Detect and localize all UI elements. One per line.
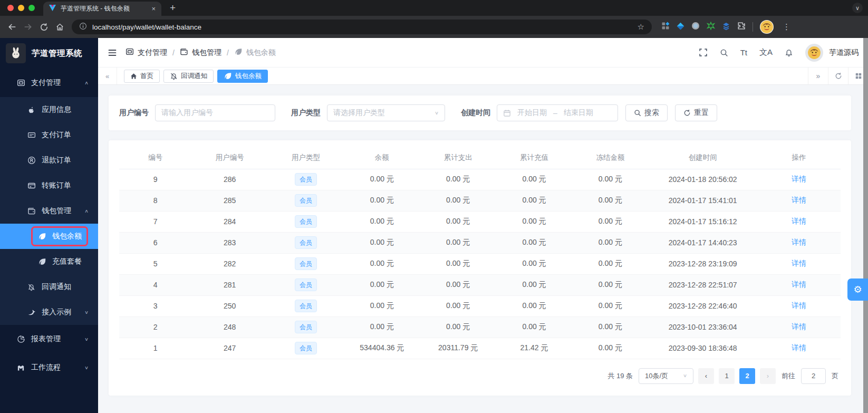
detail-link[interactable]: 详情 [792,259,806,267]
menu-item-label: 支付管理 [31,78,61,88]
page-tab[interactable]: 首页 [124,70,160,83]
app-logo[interactable]: 芋道管理系统 [0,38,98,69]
window-close-button[interactable] [7,5,14,11]
font-size-icon[interactable]: Tt [740,48,747,57]
sidebar-menu-item[interactable]: 应用信息 [0,97,98,122]
notification-bell-icon[interactable] [785,49,793,57]
tab-close-icon[interactable]: × [150,5,157,13]
prev-page-button[interactable]: ‹ [698,368,714,384]
cell-created: 2023-12-28 22:51:07 [649,274,757,295]
cell-balance: 0.00 元 [344,253,420,274]
sidebar-menu-item[interactable]: 转账订单 [0,173,98,198]
site-info-icon[interactable] [79,22,87,32]
sidebar-menu-item[interactable]: 退款订单 [0,148,98,173]
back-icon[interactable] [4,19,20,35]
page-button-1[interactable]: 1 [719,368,735,384]
menu-item-label: 接入示例 [42,308,71,317]
sidebar-menu-item[interactable]: 支付管理 ∧ [0,69,98,97]
search-icon[interactable] [720,49,728,57]
breadcrumb-item[interactable]: 钱包管理 [180,47,221,57]
page-unit-label: 页 [832,371,838,381]
user-type-select[interactable]: 请选择用户类型 ∨ [327,104,445,121]
sidebar-menu-item[interactable]: 充值套餐 [0,249,98,274]
translate-icon[interactable]: 文A [759,47,773,57]
user-name[interactable]: 芋道源码 [829,48,859,57]
extension-circle-icon[interactable] [691,22,700,32]
detail-link[interactable]: 详情 [792,175,806,183]
extensions-grid-icon[interactable] [661,22,670,32]
goto-page-input[interactable]: 2 [801,368,826,384]
profile-avatar[interactable] [760,20,774,34]
payment-icon [16,79,25,87]
cell-user-type: 会员 [268,253,344,274]
detail-link[interactable]: 详情 [792,301,806,310]
cell-frozen: 0.00 元 [572,169,648,190]
refresh-page-icon[interactable] [828,68,848,84]
tabs-scroll-right-icon[interactable]: » [808,68,828,84]
page-tab[interactable]: 钱包余额 [217,70,268,83]
tabs-scroll-left-icon[interactable]: « [98,68,117,84]
next-page-button[interactable]: › [760,368,776,384]
col-user-id: 用户编号 [191,147,267,169]
page-button-2[interactable]: 2 [739,368,755,384]
search-button[interactable]: 搜索 [625,104,668,121]
window-maximize-button[interactable] [28,5,35,11]
reset-button[interactable]: 重置 [675,104,717,121]
settings-gear-button[interactable]: ⚙ [847,278,868,301]
page-size-select[interactable]: 10条/页 ∨ [639,368,693,384]
sidebar: 芋道管理系统 支付管理 ∧ 应用信息 支付订单 退款订单 转 [0,38,98,413]
member-badge: 会员 [295,194,317,207]
extensions-puzzle-icon[interactable] [737,22,746,32]
detail-link[interactable]: 详情 [792,280,806,289]
forward-icon[interactable] [20,19,36,35]
detail-link[interactable]: 详情 [792,238,806,246]
cell-recharge: 0.00 元 [496,190,572,211]
page-tab[interactable]: 回调通知 [163,70,214,83]
home-nav-icon[interactable] [52,19,67,35]
cell-created: 2024-01-17 14:40:23 [649,232,757,253]
sidebar-menu-item[interactable]: 回调通知 [0,274,98,300]
sidebar-menu-item[interactable]: 支付订单 [0,122,98,148]
cell-frozen: 0.00 元 [572,274,648,295]
sidebar-menu: 支付管理 ∧ 应用信息 支付订单 退款订单 转账订单 [0,69,98,413]
new-tab-button[interactable]: + [161,2,184,16]
home-icon [130,73,137,80]
date-range-picker[interactable]: 开始日期 – 结束日期 [497,104,618,121]
user-avatar[interactable] [805,44,823,62]
browser-tab[interactable]: 芋道管理系统 - 钱包余额 × [43,2,161,16]
member-badge: 会员 [295,342,317,354]
layers-extension-icon[interactable] [722,22,730,32]
sidebar-menu-item[interactable]: 报表管理 ∨ [0,325,98,353]
tab-search-button[interactable]: ∨ [852,3,863,13]
sidebar-menu-item[interactable]: 工作流程 ∨ [0,353,98,382]
col-created: 创建时间 [649,147,757,169]
browser-menu-icon[interactable]: ⋮ [780,22,793,32]
sidebar-menu-item[interactable]: 钱包管理 ∧ [0,198,98,224]
detail-link[interactable]: 详情 [792,217,806,225]
sidebar-menu-item[interactable]: 接入示例 ∨ [0,300,98,325]
detail-link[interactable]: 详情 [792,343,806,352]
vue-devtools-icon[interactable] [677,22,684,32]
address-bar[interactable]: localhost/pay/wallet/wallet-balance ☆ [72,20,652,34]
browser-scrollbar[interactable] [863,38,868,413]
cell-frozen: 0.00 元 [572,211,648,232]
cell-balance: 0.00 元 [344,316,420,338]
user-id-input[interactable]: 请输入用户编号 [155,104,275,121]
window-minimize-button[interactable] [18,5,24,11]
cell-expense: 0.00 元 [420,253,496,274]
sidebar-collapse-icon[interactable] [108,48,117,57]
breadcrumb-item[interactable]: 支付管理 [126,47,167,57]
cell-user-type: 会员 [268,338,344,359]
refresh-icon [683,109,691,117]
cell-action: 详情 [757,232,841,253]
bookmark-star-icon[interactable]: ☆ [638,22,644,32]
detail-link[interactable]: 详情 [792,196,806,204]
detail-link[interactable]: 详情 [792,322,806,331]
sidebar-menu-item[interactable]: 钱包余额 [0,224,98,249]
col-expense: 累计支出 [420,147,496,169]
wallet-table-panel: 编号 用户编号 用户类型 余额 累计支出 累计充值 冻结金额 创建时间 操作 9… [109,140,851,396]
pinia-star-icon[interactable] [707,22,715,32]
cell-id: 4 [119,274,191,295]
reload-icon[interactable] [36,19,52,35]
fullscreen-icon[interactable] [699,48,708,57]
